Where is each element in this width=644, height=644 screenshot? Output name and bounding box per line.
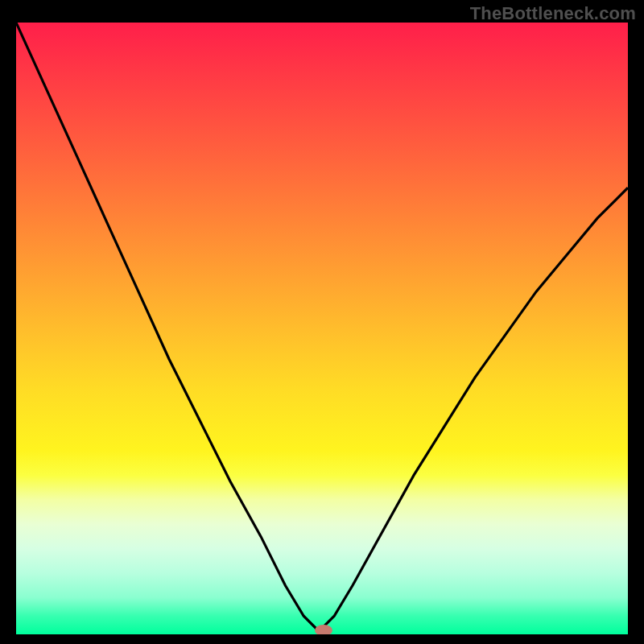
watermark-text: TheBottleneck.com <box>470 3 636 24</box>
chart-frame: TheBottleneck.com <box>0 0 644 644</box>
plot-area <box>16 23 628 634</box>
curve-path <box>16 23 628 631</box>
bottleneck-curve <box>16 23 628 634</box>
vertex-marker-icon <box>315 625 332 634</box>
